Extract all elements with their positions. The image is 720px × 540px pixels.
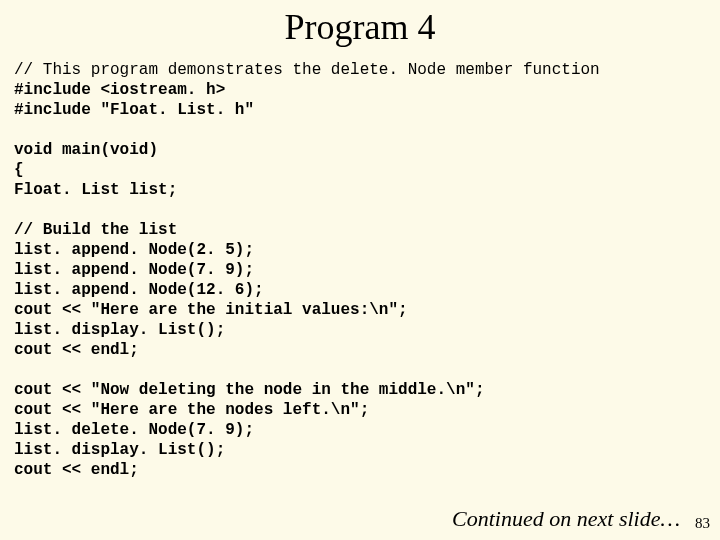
code-line: list. display. List();: [14, 441, 225, 459]
code-line: #include "Float. List. h": [14, 101, 254, 119]
code-line: // Build the list: [14, 221, 177, 239]
code-line: #include <iostream. h>: [14, 81, 225, 99]
code-line: cout << "Here are the initial values:\n"…: [14, 301, 408, 319]
slide-title: Program 4: [0, 6, 720, 48]
page-number: 83: [695, 515, 710, 532]
code-line: list. append. Node(2. 5);: [14, 241, 254, 259]
code-line: cout << endl;: [14, 461, 139, 479]
code-line: {: [14, 161, 24, 179]
slide: Program 4 // This program demonstrates t…: [0, 6, 720, 540]
code-line: void main(void): [14, 141, 158, 159]
code-line: // This program demonstrates the delete.…: [14, 61, 600, 79]
code-block: // This program demonstrates the delete.…: [0, 60, 720, 480]
code-line: cout << "Here are the nodes left.\n";: [14, 401, 369, 419]
code-line: list. append. Node(12. 6);: [14, 281, 264, 299]
continued-note: Continued on next slide…: [452, 506, 680, 532]
code-line: cout << endl;: [14, 341, 139, 359]
code-line: list. append. Node(7. 9);: [14, 261, 254, 279]
code-line: Float. List list;: [14, 181, 177, 199]
code-line: list. display. List();: [14, 321, 225, 339]
code-line: list. delete. Node(7. 9);: [14, 421, 254, 439]
code-line: cout << "Now deleting the node in the mi…: [14, 381, 484, 399]
